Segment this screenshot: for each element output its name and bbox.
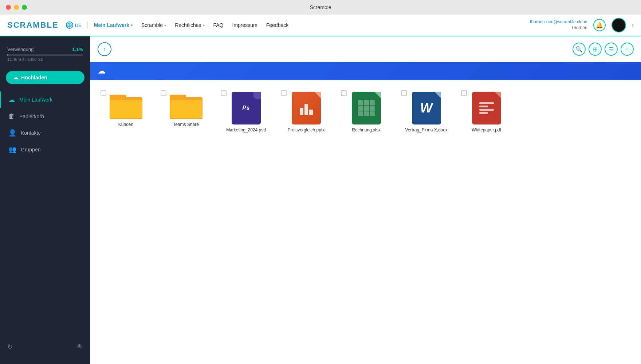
file-checkbox[interactable]: [221, 90, 227, 96]
cloud-banner-icon: ☁: [98, 66, 106, 76]
more-icon[interactable]: ›: [632, 22, 634, 28]
notification-bell-icon[interactable]: 🔔: [593, 19, 606, 31]
list-icon: ☰: [609, 46, 614, 53]
usage-detail: 11.46 GB / 1000 GB: [7, 57, 83, 62]
chevron-down-icon: ▾: [164, 23, 166, 27]
chevron-down-icon: ▾: [203, 23, 205, 27]
file-item-psd[interactable]: Ps Marketing_2024.psd: [218, 87, 274, 137]
sidebar-usage: Verwendung 1.1% 11.46 GB / 1000 GB: [0, 44, 90, 67]
file-item-pptx[interactable]: Preisvergleich.pptx: [278, 87, 334, 137]
files-area: Kunden Teams Share: [90, 80, 641, 364]
preview-icon[interactable]: 👁: [76, 343, 83, 351]
file-checkbox[interactable]: [101, 90, 106, 96]
lang-label: DE: [75, 23, 82, 28]
folder-icon: [110, 92, 142, 119]
file-item-kunden[interactable]: Kunden: [98, 87, 154, 137]
sidebar-item-label: Gruppen: [21, 147, 40, 153]
nav-link-mein-laufwerk[interactable]: Mein Laufwerk ▾: [94, 22, 133, 28]
pdf-file-icon: [472, 92, 501, 124]
toolbar: ↑ 🔍 ⊞ ☰ ≡: [90, 36, 641, 62]
search-icon: 🔍: [575, 46, 583, 53]
usage-pct: 1.1%: [72, 47, 83, 52]
upload-cloud-icon: ☁: [13, 75, 18, 80]
file-name: Rechnung.xlsx: [352, 127, 381, 133]
menu-icon: ≡: [625, 46, 629, 52]
docx-file-icon: W: [412, 92, 441, 124]
close-button[interactable]: [6, 5, 11, 10]
menu-button[interactable]: ≡: [621, 43, 634, 56]
nav-link-rechtliches[interactable]: Rechtliches ▾: [175, 22, 204, 28]
file-checkbox[interactable]: [281, 90, 287, 96]
grid-icon: ⊞: [593, 46, 598, 53]
toolbar-view-controls: 🔍 ⊞ ☰ ≡: [573, 43, 634, 56]
main-content: ↑ 🔍 ⊞ ☰ ≡ ☁: [90, 36, 641, 364]
file-checkbox[interactable]: [461, 90, 467, 96]
sidebar-item-label: Papierkorb: [19, 114, 44, 119]
nav-links: Mein Laufwerk ▾ Scramble ▾ Rechtliches ▾…: [94, 22, 530, 28]
traffic-lights: [6, 5, 27, 10]
upload-label: Hochladen: [21, 75, 47, 80]
sidebar: Verwendung 1.1% 11.46 GB / 1000 GB ☁ Hoc…: [0, 36, 90, 364]
sidebar-item-mein-laufwerk[interactable]: ☁ Mein Laufwerk: [0, 91, 90, 108]
file-item-pdf[interactable]: Whitepaper.pdf: [458, 87, 515, 137]
folder-icon: [170, 92, 202, 119]
trash-icon: 🗑: [8, 112, 15, 120]
navbar-right: thorben-neu@scramble.cloud Thorben 🔔 ›: [530, 18, 634, 32]
nav-link-feedback[interactable]: Feedback: [266, 22, 288, 28]
xlsx-file-icon: [352, 92, 381, 124]
psd-file-icon: Ps: [232, 92, 261, 124]
file-name: Preisvergleich.pptx: [288, 127, 325, 133]
title-bar: Scramble: [0, 0, 641, 15]
cloud-icon: ☁: [8, 96, 15, 104]
file-item-docx[interactable]: W Vertrag_Firma X.docx: [398, 87, 455, 137]
back-button[interactable]: ↑: [98, 42, 111, 56]
file-name: Kunden: [118, 122, 133, 128]
sidebar-nav: ☁ Mein Laufwerk 🗑 Papierkorb 👤 Kontakte …: [0, 91, 90, 337]
file-checkbox[interactable]: [161, 90, 166, 96]
usage-bar-fill: [7, 54, 8, 56]
search-button[interactable]: 🔍: [573, 43, 586, 56]
sidebar-bottom: ↻ 👁: [0, 337, 90, 357]
sidebar-item-label: Mein Laufwerk: [19, 97, 52, 103]
blue-banner: ☁: [90, 62, 641, 80]
pptx-file-icon: [292, 92, 321, 124]
files-grid: Kunden Teams Share: [98, 87, 634, 137]
sidebar-item-papierkorb[interactable]: 🗑 Papierkorb: [0, 108, 90, 124]
sidebar-item-kontakte[interactable]: 👤 Kontakte: [0, 124, 90, 141]
file-checkbox[interactable]: [341, 90, 347, 96]
nav-link-scramble[interactable]: Scramble ▾: [141, 22, 166, 28]
upload-button[interactable]: ☁ Hochladen: [6, 71, 84, 84]
language-selector[interactable]: 🌐 DE: [66, 21, 88, 29]
sidebar-item-gruppen[interactable]: 👥 Gruppen: [0, 141, 90, 158]
avatar[interactable]: [611, 18, 626, 32]
file-checkbox[interactable]: [401, 90, 407, 96]
maximize-button[interactable]: [22, 5, 27, 10]
file-item-teams-share[interactable]: Teams Share: [158, 87, 214, 137]
file-name: Marketing_2024.psd: [226, 127, 266, 133]
file-item-xlsx[interactable]: Rechnung.xlsx: [338, 87, 394, 137]
user-info: thorben-neu@scramble.cloud Thorben: [530, 19, 587, 31]
grid-view-button[interactable]: ⊞: [589, 43, 602, 56]
refresh-icon[interactable]: ↻: [7, 343, 13, 351]
nav-link-faq[interactable]: FAQ: [213, 22, 224, 28]
user-email: thorben-neu@scramble.cloud: [530, 19, 587, 25]
brand-logo[interactable]: SCRAMBLE: [7, 20, 59, 30]
file-name: Teams Share: [173, 122, 199, 128]
minimize-button[interactable]: [14, 5, 19, 10]
window-title: Scramble: [310, 4, 331, 10]
sidebar-item-label: Kontakte: [21, 130, 41, 136]
person-icon: 👤: [8, 129, 16, 137]
file-name: Whitepaper.pdf: [472, 127, 501, 133]
file-name: Vertrag_Firma X.docx: [405, 127, 447, 133]
back-icon: ↑: [103, 46, 106, 52]
user-name: Thorben: [530, 25, 587, 31]
usage-label: Verwendung: [7, 47, 34, 52]
group-icon: 👥: [8, 146, 16, 154]
chevron-down-icon: ▾: [131, 23, 133, 27]
list-view-button[interactable]: ☰: [605, 43, 618, 56]
globe-icon: 🌐: [66, 21, 73, 29]
nav-link-impressum[interactable]: Impressum: [232, 22, 257, 28]
usage-bar-bg: [7, 54, 83, 56]
layout: Verwendung 1.1% 11.46 GB / 1000 GB ☁ Hoc…: [0, 36, 641, 364]
navbar: SCRAMBLE 🌐 DE Mein Laufwerk ▾ Scramble ▾…: [0, 15, 641, 36]
